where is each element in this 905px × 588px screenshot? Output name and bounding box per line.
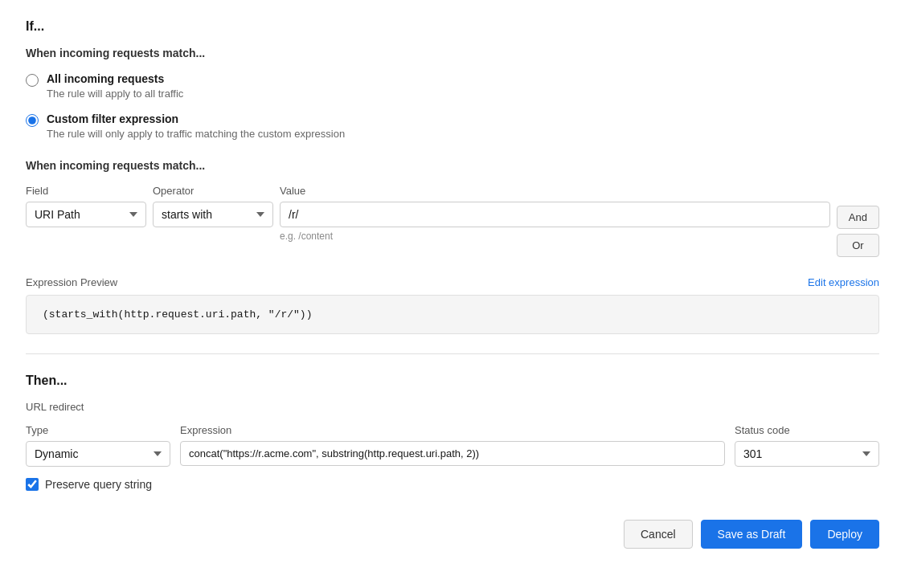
- then-label: Then...: [26, 374, 879, 388]
- preserve-query-checkbox[interactable]: [26, 478, 39, 491]
- field-group: Field URI Path URI Full IP Source Addres…: [26, 185, 146, 227]
- radio-all-desc: The rule will apply to all traffic: [47, 88, 183, 100]
- radio-all-text: All incoming requests The rule will appl…: [47, 72, 183, 100]
- preserve-query-row: Preserve query string: [26, 478, 879, 491]
- divider: [26, 353, 879, 354]
- radio-all-title: All incoming requests: [47, 72, 183, 85]
- operator-select[interactable]: starts with ends with contains equals ma…: [153, 202, 273, 227]
- expression-preview-section: Expression Preview Edit expression (star…: [26, 276, 879, 334]
- filter-row: Field URI Path URI Full IP Source Addres…: [26, 185, 879, 257]
- radio-custom-option[interactable]: Custom filter expression The rule will o…: [26, 112, 879, 140]
- status-code-group: Status code 301 302 303 307 308: [735, 424, 879, 467]
- expression-input-group: Expression: [180, 424, 725, 466]
- type-select[interactable]: Dynamic Static: [26, 441, 170, 467]
- type-group: Type Dynamic Static: [26, 424, 170, 467]
- status-code-select[interactable]: 301 302 303 307 308: [735, 441, 879, 467]
- expression-box: (starts_with(http.request.uri.path, "/r/…: [26, 295, 879, 334]
- value-hint: e.g. /content: [280, 231, 830, 242]
- value-label: Value: [280, 185, 830, 197]
- field-select[interactable]: URI Path URI Full IP Source Address Host…: [26, 202, 146, 227]
- radio-custom-input[interactable]: [26, 114, 39, 127]
- radio-custom-title: Custom filter expression: [47, 112, 345, 125]
- operator-group: Operator starts with ends with contains …: [153, 185, 273, 227]
- radio-all-option[interactable]: All incoming requests The rule will appl…: [26, 72, 879, 100]
- if-label: If...: [26, 19, 879, 34]
- radio-all-input[interactable]: [26, 74, 39, 87]
- expression-preview-header: Expression Preview Edit expression: [26, 276, 879, 288]
- radio-group: All incoming requests The rule will appl…: [26, 72, 879, 140]
- operator-label: Operator: [153, 185, 273, 197]
- then-fields-row: Type Dynamic Static Expression Status co…: [26, 424, 879, 467]
- field-label: Field: [26, 185, 146, 197]
- preserve-query-label[interactable]: Preserve query string: [45, 478, 152, 491]
- and-or-group: And Or: [837, 185, 879, 257]
- value-input[interactable]: [280, 202, 830, 227]
- expression-input[interactable]: [180, 441, 725, 466]
- and-button[interactable]: And: [837, 206, 879, 229]
- when-match-label2: When incoming requests match...: [26, 159, 879, 172]
- save-draft-button[interactable]: Save as Draft: [701, 520, 803, 549]
- when-match-label: When incoming requests match...: [26, 47, 879, 59]
- status-code-label: Status code: [735, 424, 879, 436]
- if-section: If... When incoming requests match... Al…: [26, 19, 879, 334]
- then-section: Then... URL redirect Type Dynamic Static…: [26, 374, 879, 491]
- edit-expression-link[interactable]: Edit expression: [808, 276, 879, 288]
- expression-input-label: Expression: [180, 424, 725, 436]
- value-group: Value e.g. /content: [280, 185, 830, 242]
- deploy-button[interactable]: Deploy: [810, 520, 879, 549]
- radio-custom-desc: The rule will only apply to traffic matc…: [47, 128, 345, 140]
- type-label: Type: [26, 424, 170, 436]
- or-button[interactable]: Or: [837, 234, 879, 257]
- footer-buttons: Cancel Save as Draft Deploy: [26, 513, 879, 549]
- radio-custom-text: Custom filter expression The rule will o…: [47, 112, 345, 140]
- url-redirect-label: URL redirect: [26, 401, 879, 413]
- cancel-button[interactable]: Cancel: [624, 520, 693, 549]
- expression-preview-label: Expression Preview: [26, 276, 117, 288]
